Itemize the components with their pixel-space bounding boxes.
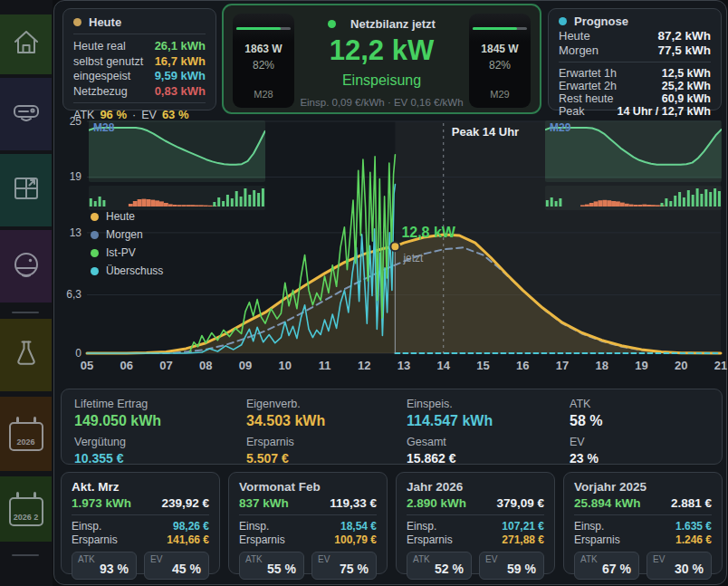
netzbilanz-value: 12,2 kW: [296, 34, 467, 67]
svg-text:10: 10: [279, 359, 292, 372]
svg-text:19: 19: [70, 170, 82, 183]
heute-dot-icon: [73, 18, 81, 26]
card-main-row: 1.973 kWh 239,92 €: [72, 496, 209, 510]
card-main-row: 837 kWh 119,33 €: [239, 496, 377, 510]
stat-row: Heute 87,2 kWh: [559, 29, 711, 43]
ev-box: EV45 %: [144, 552, 209, 580]
ev-box: EV75 %: [311, 552, 377, 580]
divider: [574, 514, 712, 515]
card-detail-rows: Einsp.1.635 € Ersparnis1.246 €: [574, 520, 712, 546]
svg-text:11: 11: [319, 359, 331, 372]
atk-box: ATK93 %: [72, 552, 137, 580]
sidebar-item-layout[interactable]: [0, 154, 52, 226]
stat-row: Erwartet 1h 12,5 kWh: [559, 67, 711, 80]
inset-soc-chart: [89, 120, 265, 182]
svg-text:18: 18: [596, 359, 608, 372]
svg-text:12: 12: [358, 359, 370, 372]
panel-prognose-title: Prognose: [559, 14, 711, 28]
netzbilanz-center: Netzbilanz jetzt 12,2 kW Einspeisung Ein…: [296, 5, 467, 112]
main-content: Heute Heute real 26,1 kWh selbst genutzt…: [53, 0, 727, 585]
card-atk-ev-row: ATK52 % EV59 %: [407, 552, 544, 580]
netzbilanz-dot-icon: [328, 20, 336, 28]
card-atk-ev-row: ATK67 % EV30 %: [574, 552, 712, 580]
sidebar-item-calendar-2026[interactable]: 2026: [0, 397, 52, 471]
svg-text:12,8 kW: 12,8 kW: [401, 225, 455, 240]
card-current-year[interactable]: Jahr 2026 2.890 kWh 379,09 € Einsp.107,2…: [396, 472, 555, 574]
calendar-2026-2-icon: 2026 2: [9, 497, 43, 526]
legend-dot-icon: [91, 249, 99, 257]
card-atk-ev-row: ATK55 % EV75 %: [239, 552, 377, 580]
svg-text:09: 09: [239, 359, 252, 372]
panel-prognose: Prognose Heute 87,2 kWh Morgen 77,5 kWh …: [548, 8, 722, 110]
legend-item: Heute: [91, 210, 163, 223]
legend-dot-icon: [91, 231, 99, 239]
divider: [73, 102, 206, 103]
lifetime-col: ATK 58 % EV 23 %: [570, 398, 602, 466]
netzbilanz-title: Netzbilanz jetzt: [296, 17, 467, 31]
pv-day-chart[interactable]: 06,3131925050607080910111213141516171819…: [56, 116, 727, 382]
home-icon: [10, 27, 43, 62]
atk-box: ATK67 %: [574, 552, 639, 580]
card-detail-rows: Einsp.18,54 € Ersparnis100,79 €: [239, 520, 377, 546]
divider: [73, 34, 206, 34]
stat-row: selbst genutzt 16,7 kWh: [73, 54, 206, 68]
calendar-year-label: 2026: [11, 437, 42, 447]
svg-text:08: 08: [199, 359, 212, 372]
stat-row: Rest heute 60,9 kWh: [559, 92, 711, 105]
card-current-month[interactable]: Akt. Mrz 1.973 kWh 239,92 € Einsp.98,26 …: [61, 472, 220, 574]
inset-label: M28: [93, 121, 114, 134]
svg-text:6,3: 6,3: [66, 288, 81, 301]
atk-box: ATK52 %: [407, 552, 472, 580]
inset-chart-m29: M29: [545, 120, 722, 210]
svg-text:17: 17: [556, 359, 569, 372]
ev-box: EV30 %: [647, 552, 712, 580]
card-main-row: 25.894 kWh 2.881 €: [574, 496, 712, 510]
panel-heute: Heute Heute real 26,1 kWh selbst genutzt…: [62, 8, 216, 110]
card-previous-year[interactable]: Vorjahr 2025 25.894 kWh 2.881 € Einsp.1.…: [563, 472, 723, 574]
card-detail-rows: Einsp.98,26 € Ersparnis141,66 €: [72, 520, 209, 546]
sidebar-item-calendar-2026-2[interactable]: 2026 2: [0, 476, 52, 542]
svg-text:16: 16: [516, 359, 529, 372]
ev-box: EV59 %: [479, 552, 544, 580]
sidebar-item-lab[interactable]: [0, 319, 52, 391]
sidebar-item-vacuum[interactable]: [0, 230, 52, 303]
legend-dot-icon: [91, 213, 99, 221]
battery-soc-track: [473, 27, 527, 30]
stat-row: Morgen 77,5 kWh: [559, 43, 711, 57]
netzbilanz-mode: Einspeisung: [296, 72, 467, 89]
legend-item: Morgen: [91, 228, 163, 241]
svg-text:Peak 14 Uhr: Peak 14 Uhr: [452, 125, 519, 139]
inset-power-bars: [545, 186, 722, 210]
divider: [407, 514, 544, 515]
sidebar-item-media[interactable]: [0, 78, 52, 150]
divider: [239, 514, 377, 515]
battery-power: 1863 W: [233, 43, 294, 55]
stat-row: Heute real 26,1 kWh: [73, 39, 206, 53]
forecast-detail-rows: Erwartet 1h 12,5 kWh Erwartet 2h 25,2 kW…: [559, 67, 711, 118]
battery-soc-fill: [473, 27, 517, 30]
legend-dot-icon: [91, 267, 99, 275]
card-previous-month[interactable]: Vormonat Feb 837 kWh 119,33 € Einsp.18,5…: [228, 472, 388, 574]
battery-m28: 1863 W 82% M28: [233, 14, 294, 108]
divider: [559, 62, 711, 62]
svg-text:13: 13: [70, 226, 82, 239]
inset-power-bars: [89, 186, 265, 210]
battery-soc: 82%: [469, 59, 531, 72]
svg-text:13: 13: [398, 359, 410, 372]
svg-text:06: 06: [120, 359, 133, 372]
sidebar-item-home[interactable]: [0, 14, 52, 74]
battery-soc: 82%: [233, 59, 294, 72]
legend-item: Überschuss: [91, 264, 163, 277]
sidebar-divider: [12, 554, 39, 556]
prognose-dot-icon: [559, 17, 567, 25]
grid-arrow-icon: [10, 173, 43, 207]
calendar-year-label: 2026 2: [11, 513, 42, 522]
inset-label: M29: [550, 121, 570, 134]
divider: [72, 514, 209, 515]
svg-text:07: 07: [159, 359, 172, 372]
lifetime-stats-panel: Lifetime Ertrag 149.050 kWh Vergütung 10…: [61, 389, 723, 465]
projector-icon: [10, 97, 43, 131]
sidebar: 2026 2026 2: [0, 0, 53, 586]
svg-text:jetzt: jetzt: [402, 252, 424, 264]
card-main-row: 2.890 kWh 379,09 €: [407, 496, 544, 510]
